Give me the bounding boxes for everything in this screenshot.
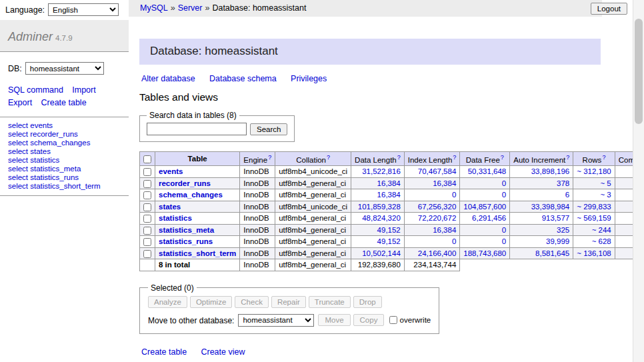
rows-link[interactable]: ~ 569,159 [577, 214, 611, 222]
row-checkbox[interactable] [143, 250, 151, 258]
data-length-link[interactable]: 16,384 [377, 179, 401, 187]
language-select[interactable]: English [48, 3, 119, 16]
auto-increment-link[interactable]: 33,398,984 [531, 203, 570, 211]
rows-link[interactable]: ~ 628 [592, 237, 611, 245]
scrollbar-thumb[interactable] [635, 19, 643, 124]
sidebar-select-schema-changes-link[interactable]: select schema_changes [8, 139, 90, 147]
data-free-link[interactable]: 50,331,648 [468, 167, 507, 175]
index-length-link[interactable]: 0 [452, 191, 456, 199]
auto-increment-link[interactable]: 913,577 [542, 214, 570, 222]
app-name-link[interactable]: Adminer [8, 30, 53, 43]
rows-link[interactable]: ~ 3 [600, 191, 611, 199]
table-link-states[interactable]: states [159, 203, 181, 211]
sidebar-select-statistics-link[interactable]: select statistics [8, 156, 59, 164]
db-label: DB: [8, 64, 22, 73]
sidebar-export-link[interactable]: Export [8, 98, 32, 107]
breadcrumb-mysql-link[interactable]: MySQL [140, 3, 168, 13]
breadcrumb-server-link[interactable]: Server [178, 3, 203, 13]
row-checkbox[interactable] [143, 168, 151, 176]
index-length-help-icon[interactable]: ? [453, 156, 456, 164]
table-link-schema-changes[interactable]: schema_changes [159, 191, 223, 199]
data-length-link[interactable]: 31,522,816 [362, 167, 401, 175]
vertical-scrollbar[interactable] [633, 0, 644, 362]
sidebar-select-recorder-runs-link[interactable]: select recorder_runs [8, 130, 78, 138]
data-length-cell: 48,824,320 [351, 213, 405, 225]
sidebar-select-statistics-short-term-link[interactable]: select statistics_short_term [8, 182, 101, 190]
sidebar-sql-command-link[interactable]: SQL command [8, 85, 63, 95]
logout-button[interactable]: Logout [591, 3, 627, 15]
rows-link[interactable]: ~ 244 [592, 226, 611, 234]
bottom-create-table-link[interactable]: Create table [141, 347, 187, 357]
search-input[interactable] [147, 123, 247, 135]
overwrite-checkbox[interactable] [389, 316, 397, 324]
collation-help-icon[interactable]: ? [327, 156, 330, 164]
data-length-link[interactable]: 49,152 [377, 226, 401, 234]
table-link-recorder-runs[interactable]: recorder_runs [159, 179, 211, 187]
rows-link[interactable]: ~ 312,180 [577, 167, 611, 175]
bottom-create-view-link[interactable]: Create view [201, 347, 245, 357]
auto-increment-link[interactable]: 33,898,196 [531, 167, 570, 175]
search-button[interactable]: Search [250, 123, 287, 135]
data-length-help-icon[interactable]: ? [397, 156, 401, 164]
row-checkbox[interactable] [143, 203, 151, 211]
row-checkbox[interactable] [143, 238, 151, 246]
engine-help-icon[interactable]: ? [268, 156, 271, 164]
index-length-link[interactable]: 67,256,320 [418, 203, 457, 211]
sidebar-select-states-link[interactable]: select states [8, 147, 51, 155]
row-checkbox[interactable] [143, 191, 151, 199]
auto-increment-link[interactable]: 39,999 [546, 237, 569, 245]
row-checkbox[interactable] [143, 180, 151, 188]
rows-help-icon[interactable]: ? [602, 156, 605, 164]
auto-increment-link[interactable]: 378 [557, 179, 569, 187]
database-schema-link[interactable]: Database schema [209, 74, 277, 83]
rows-cell: ~ 136,108 [573, 247, 615, 259]
index-length-link[interactable]: 16,384 [433, 226, 456, 234]
totals-label-cell: 8 in total [155, 259, 240, 271]
data-free-link[interactable]: 0 [502, 226, 506, 234]
data-free-link[interactable]: 0 [502, 191, 506, 199]
rows-link[interactable]: ~ 136,108 [577, 249, 611, 257]
data-free-link[interactable]: 0 [502, 237, 506, 245]
auto-increment-link[interactable]: 8,581,645 [535, 249, 569, 257]
privileges-link[interactable]: Privileges [291, 74, 327, 83]
index-length-link[interactable]: 16,384 [433, 179, 456, 187]
table-link-statistics[interactable]: statistics [159, 214, 192, 222]
db-select[interactable]: homeassistant [25, 62, 104, 75]
move-db-select[interactable]: homeassistant [238, 314, 314, 327]
table-link-events[interactable]: events [159, 167, 183, 175]
alter-database-link[interactable]: Alter database [141, 74, 195, 83]
row-checkbox[interactable] [143, 227, 151, 235]
data-free-link[interactable]: 0 [502, 179, 506, 187]
index-length-link[interactable]: 72,220,672 [418, 214, 457, 222]
sidebar-select-events-link[interactable]: select events [8, 121, 53, 129]
auto-increment-link[interactable]: 6 [565, 191, 569, 199]
table-link-statistics-short-term[interactable]: statistics_short_term [159, 249, 236, 257]
table-link-statistics-meta[interactable]: statistics_meta [159, 226, 214, 234]
index-length-link[interactable]: 0 [452, 237, 456, 245]
column-label: Collation [296, 156, 326, 164]
table-name-cell: statistics_runs [155, 236, 240, 248]
sidebar-import-link[interactable]: Import [72, 85, 95, 95]
data-length-link[interactable]: 49,152 [377, 237, 401, 245]
data-length-link[interactable]: 101,859,328 [358, 203, 401, 211]
sidebar-table-item: select states [8, 147, 121, 156]
rows-link[interactable]: ~ 5 [600, 179, 611, 187]
auto-increment-help-icon[interactable]: ? [566, 156, 569, 164]
data-free-link[interactable]: 188,743,680 [463, 249, 506, 257]
sidebar-create-table-link[interactable]: Create table [41, 98, 86, 107]
sidebar-select-statistics-runs-link[interactable]: select statistics_runs [8, 173, 79, 181]
row-checkbox[interactable] [143, 215, 151, 223]
auto-increment-link[interactable]: 325 [557, 226, 569, 234]
select-all-checkbox[interactable] [143, 155, 151, 163]
data-length-link[interactable]: 16,384 [377, 191, 401, 199]
data-free-link[interactable]: 6,291,456 [472, 214, 506, 222]
data-length-link[interactable]: 10,502,144 [362, 249, 401, 257]
index-length-link[interactable]: 70,467,584 [418, 167, 457, 175]
data-length-link[interactable]: 48,824,320 [362, 214, 401, 222]
rows-link[interactable]: ~ 299,833 [577, 203, 611, 211]
data-free-help-icon[interactable]: ? [501, 156, 504, 164]
data-free-link[interactable]: 104,857,600 [463, 203, 506, 211]
sidebar-select-statistics-meta-link[interactable]: select statistics_meta [8, 165, 81, 173]
index-length-link[interactable]: 24,166,400 [418, 249, 457, 257]
table-link-statistics-runs[interactable]: statistics_runs [159, 237, 213, 245]
